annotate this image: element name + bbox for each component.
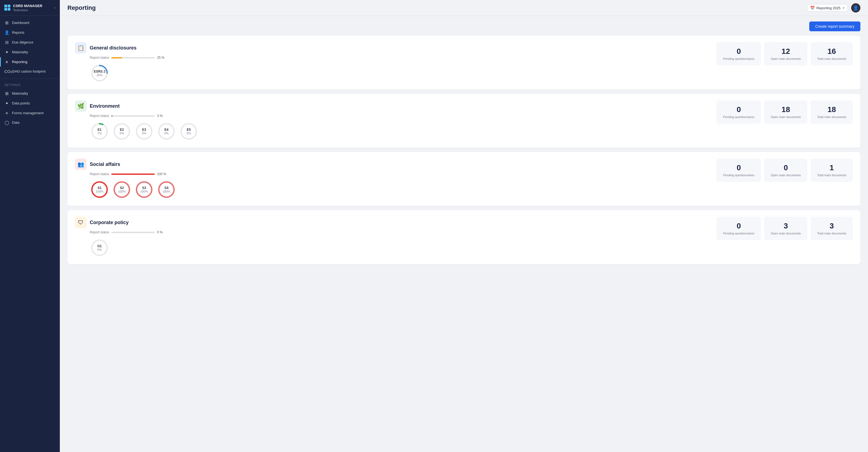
stat-number: 0 [723,105,754,114]
circle-g1[interactable]: G1 0% [90,238,109,258]
status-row-general-disclosures: Report status 25 % [90,56,710,60]
section-left-corporate-policy: 🛡 Corporate policy Report status 0 % [75,217,710,258]
section-name-general-disclosures: General disclosures [90,45,136,51]
circle-e1[interactable]: E1 7% [90,122,109,141]
stat-box: 0 Pending questionnaires [716,158,761,182]
stat-box: 0 Pending questionnaires [716,100,761,124]
section-left-social-affairs: 👥 Social affairs Report status 100 % [75,158,710,199]
circle-s2[interactable]: S2 100% [112,180,132,199]
sidebar-settings-item-materiality-s[interactable]: ⊞ Materiality [0,89,60,98]
sidebar-label-dashboard: Dashboard [12,21,29,25]
stat-number: 0 [723,163,754,172]
stat-number: 16 [817,47,846,56]
status-label-general-disclosures: Report status [90,56,109,60]
stat-label: Total main documents [817,173,846,177]
sidebar-collapse-button[interactable]: ‹ [54,5,56,10]
topbar: Reporting 📅 Reporting 2025 ▼ 👤 [60,0,868,16]
stat-number: 3 [771,222,801,230]
stat-number: 12 [771,47,801,56]
sidebar: CSRD MANAGER Testinstanz ‹ ⊞ Dashboard 👤… [0,0,60,452]
stat-box: 12 Open main documents [764,42,807,65]
stat-label: Pending questionnaires [723,232,754,235]
stat-box: 1 Total main documents [811,158,853,182]
settings-section-label: Settings [0,81,60,89]
app-logo [4,5,10,10]
sidebar-label-due-diligence: Due diligence [12,40,33,44]
circle-s4[interactable]: S4 100% [157,180,176,199]
topbar-right: 📅 Reporting 2025 ▼ 👤 [807,3,860,12]
reporting-period-label: Reporting 2025 [816,6,840,10]
settings-icon-materiality-s: ⊞ [4,91,9,96]
sidebar-header: CSRD MANAGER Testinstanz ‹ [0,0,60,16]
stat-box: 0 Pending questionnaires [716,217,761,240]
circles-row-corporate-policy: G1 0% [90,238,710,258]
section-icon-environment: 🌿 [75,100,87,112]
circle-e3[interactable]: E3 0% [134,122,154,141]
chevron-down-icon: ▼ [842,6,845,9]
stat-box: 0 Pending questionnaires [716,42,761,65]
status-bar-general-disclosures [111,57,155,58]
settings-label-materiality-s: Materiality [12,91,28,95]
circle-s1[interactable]: S1 100% [90,180,109,199]
section-card-corporate-policy: 🛡 Corporate policy Report status 0 % [67,210,860,264]
status-label-social-affairs: Report status [90,172,109,176]
sidebar-item-materiality[interactable]: ✦ Materiality [0,47,60,57]
stat-box: 16 Total main documents [811,42,853,65]
circle-e2[interactable]: E2 0% [112,122,132,141]
status-pct-social-affairs: 100 % [157,172,166,176]
create-report-summary-button[interactable]: Create report summary [809,22,860,31]
user-avatar-button[interactable]: 👤 [851,3,860,12]
status-row-social-affairs: Report status 100 % [90,172,710,176]
reporting-period-selector[interactable]: 📅 Reporting 2025 ▼ [807,4,848,12]
section-header-corporate-policy: 🛡 Corporate policy [75,217,710,228]
sidebar-item-ghg[interactable]: CO₂ GHG carbon footprint [0,67,60,77]
stat-label: Pending questionnaires [723,57,754,61]
sidebar-icon-reports: 👤 [4,30,9,35]
section-card-social-affairs: 👥 Social affairs Report status 100 % [67,152,860,206]
sidebar-item-dashboard[interactable]: ⊞ Dashboard [0,18,60,28]
calendar-icon: 📅 [810,6,815,10]
sidebar-item-reports[interactable]: 👤 Reports [0,28,60,37]
sidebar-item-due-diligence[interactable]: ⊟ Due diligence [0,37,60,47]
stat-label: Open main documents [771,115,801,119]
section-card-environment: 🌿 Environment Report status 3 % [67,94,860,148]
stat-number: 18 [771,105,801,114]
stat-number: 3 [817,222,846,230]
sidebar-item-reporting[interactable]: ≡ Reporting [0,57,60,67]
circle-s3[interactable]: S3 100% [134,180,154,199]
main-content: Reporting 📅 Reporting 2025 ▼ 👤 Create re… [60,0,868,452]
stat-number: 0 [723,47,754,56]
sidebar-nav: ⊞ Dashboard 👤 Reports ⊟ Due diligence ✦ … [0,16,60,452]
stat-label: Total main documents [817,232,846,235]
status-label-corporate-policy: Report status [90,230,109,234]
status-bar-social-affairs [111,174,155,175]
settings-label-forms-management: Forms management [12,111,43,115]
stat-box: 18 Total main documents [811,100,853,124]
sidebar-settings-item-data[interactable]: ◯ Data [0,118,60,127]
settings-label-data-points: Data points [12,101,30,105]
circles-row-general-disclosures: ESRS 2 25% [90,63,710,83]
circles-row-environment: E1 7% E2 0% [90,122,710,141]
status-pct-corporate-policy: 0 % [157,230,163,234]
section-left-general-disclosures: 📋 General disclosures Report status 25 % [75,42,710,83]
section-name-social-affairs: Social affairs [90,161,120,167]
sidebar-settings-item-forms-management[interactable]: ≡ Forms management [0,108,60,118]
avatar-icon: 👤 [853,5,859,10]
section-card-general-disclosures: 📋 General disclosures Report status 25 % [67,36,860,89]
circle-esrs 2[interactable]: ESRS 2 25% [90,63,109,83]
content-area: Create report summary 📋 General disclosu… [60,16,868,452]
sidebar-settings-item-data-points[interactable]: ✦ Data points [0,98,60,108]
circle-e4[interactable]: E4 0% [157,122,176,141]
stat-label: Total main documents [817,57,846,61]
sidebar-icon-materiality: ✦ [4,50,9,55]
page-title: Reporting [67,4,96,11]
stat-label: Total main documents [817,115,846,119]
status-label-environment: Report status [90,114,109,118]
app-name: CSRD MANAGER [13,4,42,8]
circle-e5[interactable]: E5 0% [179,122,198,141]
status-bar-fill-social-affairs [111,174,155,175]
status-bar-corporate-policy [111,232,155,233]
settings-label-data: Data [12,120,19,125]
status-row-corporate-policy: Report status 0 % [90,230,710,234]
section-header-social-affairs: 👥 Social affairs [75,158,710,170]
